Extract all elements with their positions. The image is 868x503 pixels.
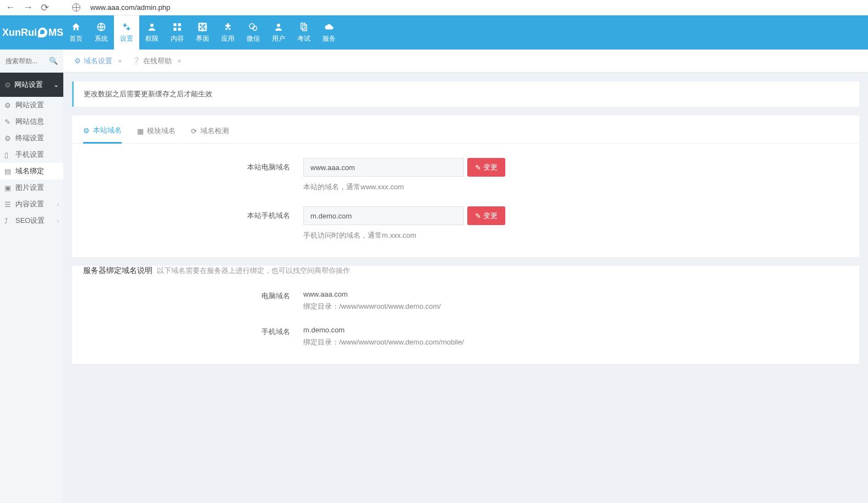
mobile-domain-input[interactable]: [303, 206, 464, 225]
sidebar-item-site-info[interactable]: ✎网站信息: [0, 113, 63, 130]
nav-service-label: 服务: [323, 34, 336, 43]
list-icon: ☰: [4, 200, 12, 209]
nav-service[interactable]: 服务: [316, 15, 342, 50]
tab-site-domain[interactable]: ⚙本站域名: [83, 125, 122, 144]
nav-ui-label: 界面: [196, 34, 209, 43]
search-icon[interactable]: 🔍: [49, 57, 58, 65]
pc-domain-hint: 本站的域名，通常www.xxx.com: [303, 182, 505, 192]
nav-permission-label: 权限: [145, 34, 159, 43]
sidebar-item-domain[interactable]: ▤域名绑定: [0, 163, 63, 179]
mobile-domain-hint: 手机访问时的域名，通常m.xxx.com: [303, 231, 505, 240]
logo: XunRuiMS: [0, 15, 63, 50]
sidebar-item-site-settings[interactable]: ⚙网站设置: [0, 97, 63, 113]
tab-label: 模块域名: [147, 126, 176, 136]
button-label: 变更: [483, 211, 498, 221]
svg-rect-4: [173, 23, 176, 26]
nav-content-label: 内容: [171, 34, 184, 43]
nav-app-label: 应用: [221, 34, 234, 43]
nav-user-label: 用户: [272, 34, 285, 43]
page-tab-label: 在线帮助: [143, 56, 172, 66]
grid-icon: ▦: [137, 127, 144, 135]
gear-icon: ⚙: [4, 81, 12, 89]
search-input[interactable]: [6, 57, 44, 65]
chevron-left-icon: ‹: [57, 201, 59, 207]
server-subtitle: 以下域名需要在服务器上进行绑定，也可以找空间商帮你操作: [157, 266, 350, 275]
pc-info-domain: www.aaa.com: [303, 290, 441, 298]
nav-wechat[interactable]: 微信: [241, 15, 266, 50]
help-icon: ❔: [132, 57, 140, 65]
nav-ui[interactable]: 5界面: [190, 15, 215, 50]
pc-domain-label: 本站电脑域名: [72, 158, 290, 172]
server-panel: 服务器绑定域名说明 以下域名需要在服务器上进行绑定，也可以找空间商帮你操作 电脑…: [72, 266, 859, 364]
reload-icon[interactable]: ⟳: [41, 2, 49, 14]
chevron-down-icon: ⌄: [53, 81, 59, 89]
pc-change-button[interactable]: ✎变更: [467, 158, 505, 177]
page-tabs: ⚙ 域名设置 ❔ 在线帮助: [63, 50, 868, 73]
nav-home-label: 首页: [69, 34, 83, 43]
sidebar-item-seo[interactable]: ⤴SEO设置‹: [0, 212, 63, 229]
forward-arrow-icon[interactable]: →: [23, 2, 33, 13]
svg-rect-6: [173, 28, 176, 30]
gear-icon: ⚙: [83, 127, 90, 135]
tab-label: 域名检测: [200, 126, 229, 136]
refresh-icon: ⟳: [191, 127, 197, 135]
logo-text-post: MS: [48, 27, 63, 39]
image-icon: ▣: [4, 184, 12, 192]
sidebar-item-mobile[interactable]: ▯手机设置: [0, 146, 63, 163]
tab-module-domain[interactable]: ▦模块域名: [137, 125, 176, 143]
browser-bar: ← → ⟳ www.aaa.com/admin.php: [0, 0, 868, 15]
sidebar-item-image[interactable]: ▣图片设置: [0, 179, 63, 196]
gear-icon: ⚙: [4, 101, 12, 110]
pc-domain-input[interactable]: [303, 158, 464, 177]
close-dot-icon[interactable]: [178, 59, 181, 63]
page-tab-domain[interactable]: ⚙ 域名设置: [74, 56, 122, 66]
mobile-change-button[interactable]: ✎变更: [467, 206, 505, 225]
nav-system[interactable]: 系统: [89, 15, 114, 50]
nav-exam-label: 考试: [297, 34, 310, 43]
svg-rect-7: [178, 28, 181, 30]
share-icon: ⤴: [4, 217, 12, 225]
pc-info-path: 绑定目录：/www/wwwroot/www.demo.com/: [303, 302, 441, 311]
flame-icon: [38, 28, 47, 37]
sidebar-item-content-settings[interactable]: ☰内容设置‹: [0, 196, 63, 212]
alert-info: 更改数据之后需要更新缓存之后才能生效: [72, 81, 859, 107]
sidebar-item-label: SEO设置: [15, 216, 45, 226]
sidebar-item-label: 图片设置: [15, 183, 44, 193]
mobile-info-domain: m.demo.com: [303, 326, 464, 334]
back-arrow-icon[interactable]: ←: [6, 2, 15, 13]
alert-text: 更改数据之后需要更新缓存之后才能生效: [84, 90, 212, 98]
nav-app[interactable]: 应用: [215, 15, 241, 50]
sidebar-group-site-settings[interactable]: ⚙ 网站设置 ⌄: [0, 73, 63, 97]
sidebar-item-terminal[interactable]: ⚙终端设置: [0, 130, 63, 146]
logo-text-pre: XunRui: [2, 27, 37, 39]
gears-icon: ⚙: [4, 134, 12, 143]
gear-icon: ⚙: [74, 57, 81, 65]
svg-rect-5: [178, 23, 181, 26]
sidebar: 🔍 ⚙ 网站设置 ⌄ ⚙网站设置 ✎网站信息 ⚙终端设置 ▯手机设置 ▤域名绑定…: [0, 50, 63, 503]
page-tab-label: 域名设置: [84, 56, 112, 66]
nav-permission[interactable]: 权限: [139, 15, 165, 50]
domain-panel: ⚙本站域名 ▦模块域名 ⟳域名检测 本站电脑域名 ✎变更 本站的域名，通常www…: [72, 116, 859, 257]
nav-system-label: 系统: [95, 34, 108, 43]
close-dot-icon[interactable]: [118, 59, 122, 63]
server-title: 服务器绑定域名说明: [83, 266, 152, 275]
sidebar-item-label: 网站信息: [15, 117, 44, 127]
nav-exam[interactable]: 考试: [291, 15, 316, 50]
nav-user[interactable]: 用户: [266, 15, 291, 50]
page-tab-help[interactable]: ❔ 在线帮助: [132, 56, 181, 66]
sidebar-item-label: 终端设置: [15, 133, 44, 143]
pc-info-label: 电脑域名: [72, 290, 290, 311]
nav-settings[interactable]: 设置: [114, 15, 139, 50]
edit-icon: ✎: [475, 212, 481, 220]
tab-domain-check[interactable]: ⟳域名检测: [191, 125, 229, 143]
sidebar-search[interactable]: 🔍: [0, 50, 63, 73]
svg-text:5: 5: [201, 24, 204, 30]
address-bar[interactable]: www.aaa.com/admin.php: [90, 3, 170, 12]
mobile-info-label: 手机域名: [72, 326, 290, 347]
svg-point-2: [127, 27, 130, 30]
sidebar-item-label: 网站设置: [15, 100, 44, 110]
inner-tabs: ⚙本站域名 ▦模块域名 ⟳域名检测: [72, 116, 859, 144]
svg-point-1: [124, 24, 127, 26]
nav-content[interactable]: 内容: [165, 15, 190, 50]
nav-home[interactable]: 首页: [63, 15, 89, 50]
